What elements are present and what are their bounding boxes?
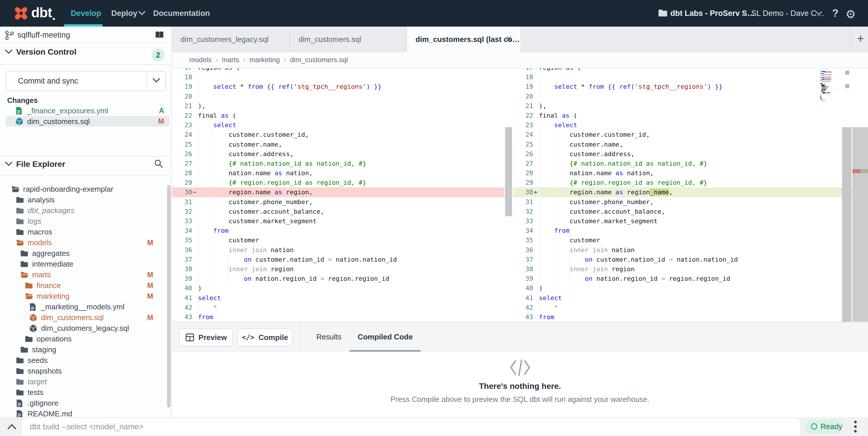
top-navbar: dbt Develop Deploy Documentation dbt Lab…: [0, 0, 868, 27]
breadcrumb-item[interactable]: models: [189, 56, 212, 64]
code-line-24: 24 customer.customer_id,: [172, 130, 504, 139]
compile-button[interactable]: </> Compile: [238, 328, 292, 346]
code-line-20: 20: [172, 92, 504, 101]
breadcrumb-item[interactable]: marketing: [249, 56, 280, 64]
tree-item-README.md[interactable]: README.md: [0, 409, 167, 417]
tree-item-dim_customers.sql[interactable]: dim_customers.sqlM: [0, 312, 167, 323]
code-line-41: 41select: [513, 293, 868, 303]
commit-options-chevron-icon[interactable]: [146, 71, 165, 90]
tab-label: dim_customers.sql: [299, 27, 361, 52]
tree-item-rapid-onboarding-exemplar[interactable]: rapid-onboarding-exemplar: [0, 184, 167, 195]
tree-item-macros[interactable]: macros: [0, 227, 167, 237]
close-tab-icon[interactable]: ✕: [504, 34, 514, 44]
tab-label: dim_customers_legacy.sql: [181, 27, 269, 52]
diff-pane-original[interactable]: 17region as (1819 select * from {{ ref('…: [172, 68, 504, 322]
code-text: customer.market_segment: [198, 217, 317, 225]
editor-tab-3[interactable]: dim_customers.sql (last co…✕: [407, 27, 520, 53]
line-number: 41: [513, 293, 533, 303]
tree-item-intermediate[interactable]: intermediate: [0, 259, 167, 269]
nav-deploy[interactable]: Deploy: [111, 0, 137, 27]
code-text: *: [539, 304, 558, 311]
ready-label: Ready: [820, 422, 842, 431]
more-options-kebab-icon[interactable]: [849, 418, 862, 435]
code-line-37: 37 on customer.nation_id = nation.nation…: [513, 255, 868, 264]
tree-item-staging[interactable]: staging: [0, 344, 167, 355]
minimap-slider[interactable]: [845, 70, 849, 75]
tree-item-dbt_packages[interactable]: dbt_packages: [0, 205, 167, 216]
nav-documentation[interactable]: Documentation: [153, 0, 210, 27]
tree-item-snapshots[interactable]: snapshots: [0, 366, 167, 376]
code-text: on nation.region_id = region.region_id: [198, 275, 389, 282]
code-line-31: 31 customer.phone_number,: [172, 197, 504, 207]
tree-item-tests[interactable]: tests: [0, 387, 167, 398]
tree-item-_marketing__models.yml[interactable]: _marketing__models.yml: [0, 301, 167, 312]
tree-item-label: tests: [28, 388, 43, 397]
command-input[interactable]: [30, 420, 723, 434]
divider: [0, 43, 172, 43]
settings-gear-icon[interactable]: ⚙: [845, 7, 856, 21]
changes-count-badge: 2: [152, 49, 164, 61]
code-text: inner join nation: [198, 246, 293, 254]
account-name[interactable]: dbt Labs - ProServ S…: [670, 0, 755, 27]
tree-item-label: logs: [28, 217, 41, 226]
tree-item-target[interactable]: target: [0, 376, 167, 387]
indent-guide: [228, 255, 229, 284]
file-explorer-title[interactable]: File Explorer: [16, 159, 65, 169]
sidebar-scrollbar[interactable]: [167, 185, 171, 408]
panel-tab-results[interactable]: Results: [316, 322, 342, 352]
overview-ruler-added-mark: [861, 169, 868, 173]
branch-name[interactable]: sqlfluff-meeting: [17, 31, 70, 39]
help-icon[interactable]: ?: [832, 0, 839, 27]
preview-button[interactable]: Preview: [179, 328, 233, 346]
tree-item-aggregates[interactable]: aggregates: [0, 248, 167, 259]
code-text: customer.account_balance,: [539, 208, 665, 215]
line-number: 31: [513, 197, 533, 207]
tree-item-finance[interactable]: financeM: [0, 280, 167, 291]
breadcrumb-item[interactable]: marts: [222, 56, 239, 64]
tree-item-.gitignore[interactable]: .gitignore: [0, 398, 167, 409]
editor-tab-1[interactable]: dim_customers_legacy.sql: [172, 27, 290, 52]
indent-guide: [198, 303, 198, 312]
file-explorer-chevron-icon[interactable]: [5, 161, 13, 168]
editor-toolbar: models›marts›marketing›dim_customers.sql…: [172, 52, 868, 68]
breadcrumb-item[interactable]: dim_customers.sql: [290, 56, 348, 64]
minimap[interactable]: [820, 70, 838, 101]
editor-tab-2[interactable]: dim_customers.sql: [290, 27, 407, 52]
code-text: select: [539, 294, 562, 301]
panel-tab-compiled-code[interactable]: Compiled Code: [358, 322, 413, 352]
code-text: on nation.region_id = region.region_id: [539, 275, 730, 282]
version-control-chevron-icon[interactable]: [5, 49, 13, 56]
tree-item-marketing[interactable]: marketingM: [0, 291, 167, 301]
new-tab-button[interactable]: +: [853, 27, 868, 52]
folder-icon: [25, 335, 33, 343]
changed-file-dim_customers.sql[interactable]: dim_customers.sqlM: [6, 116, 169, 127]
tree-item-label: dim_customers_legacy.sql: [41, 324, 129, 333]
nav-develop[interactable]: Develop: [71, 0, 101, 27]
tree-item-logs[interactable]: logs: [0, 216, 167, 227]
editor-scrollbar-thumb[interactable]: [842, 127, 851, 322]
overview-ruler[interactable]: [852, 127, 868, 322]
left-sidebar: sqlfluff-meeting Version Control 2 Commi…: [0, 27, 172, 417]
diff-pane-modified[interactable]: 17region as (1819 select * from {{ ref('…: [513, 68, 868, 322]
code-line-39: 39 on nation.region_id = region.region_i…: [172, 274, 504, 283]
left-pane-scrollbar-thumb[interactable]: [505, 127, 512, 216]
changed-file-_finance_exposures.yml[interactable]: _finance_exposures.ymlA: [6, 105, 169, 116]
code-text: ): [198, 285, 202, 292]
tree-item-operations[interactable]: operations: [0, 333, 167, 344]
deploy-chevron-down-icon[interactable]: [138, 10, 146, 17]
dbt-logo-icon[interactable]: [13, 5, 29, 22]
code-line-33: 33 customer.market_segment: [172, 216, 504, 226]
docs-book-icon[interactable]: [155, 31, 164, 40]
expand-chevron-up-icon[interactable]: [7, 424, 17, 431]
tree-item-dim_customers_legacy.sql[interactable]: dim_customers_legacy.sql: [0, 323, 167, 333]
tree-item-seeds[interactable]: seeds: [0, 355, 167, 366]
minimap-slider[interactable]: [845, 84, 849, 88]
version-control-title[interactable]: Version Control: [16, 48, 76, 57]
project-chevron-down-icon[interactable]: [815, 11, 823, 17]
commit-and-sync-button[interactable]: Commit and sync: [6, 71, 166, 91]
tree-item-analysis[interactable]: analysis: [0, 195, 167, 205]
project-name[interactable]: SL Demo - Dave C…: [751, 0, 825, 27]
file-search-icon[interactable]: [154, 159, 163, 169]
tree-item-marts[interactable]: martsM: [0, 269, 167, 280]
tree-item-models[interactable]: modelsM: [0, 237, 167, 248]
